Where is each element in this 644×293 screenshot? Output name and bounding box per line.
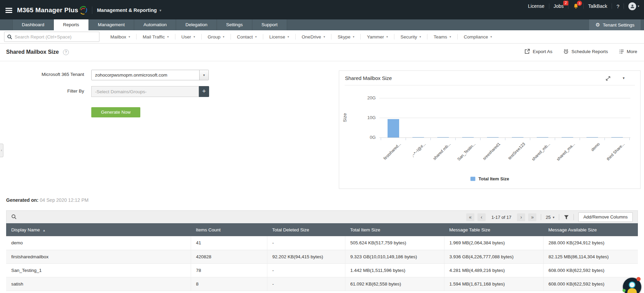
subnav-menu-group[interactable]: Group▾: [202, 34, 231, 39]
subnav-menu-compliance[interactable]: Compliance▾: [458, 34, 498, 39]
notifications-bell[interactable]: 3: [573, 3, 579, 9]
collapse-panel-handle[interactable]: ‹: [0, 144, 3, 157]
tab-management[interactable]: Management: [89, 19, 134, 30]
column-header-message-table-size[interactable]: Message Table Size: [444, 223, 543, 236]
add-filter-button[interactable]: +: [199, 86, 209, 97]
bar-shared-ma[interactable]: [562, 137, 573, 138]
table-cell: 41: [191, 236, 267, 250]
chevron-down-icon: ▾: [387, 35, 388, 38]
bar-[interactable]: [412, 137, 424, 138]
filter-funnel-icon[interactable]: [564, 215, 569, 220]
tab-settings[interactable]: Settings: [217, 19, 252, 30]
x-axis-label: sreeshared1: [482, 142, 501, 161]
last-page-button[interactable]: »: [528, 213, 536, 221]
search-report-input[interactable]: [15, 34, 96, 39]
panel-menu-caret[interactable]: ▾: [623, 76, 625, 80]
topbar-left: M365 Manager Plus Management & Reporting…: [5, 5, 161, 16]
bar-demo[interactable]: [586, 137, 598, 138]
hamburger-menu-icon[interactable]: [5, 8, 12, 13]
bar-sreeshared1[interactable]: [487, 137, 499, 138]
expand-icon[interactable]: [605, 76, 611, 81]
tab-dashboard[interactable]: Dashboard: [12, 19, 54, 30]
subnav-menu-label: Compliance: [464, 34, 488, 39]
subnav-menu-security[interactable]: Security▾: [394, 34, 427, 39]
support-chat-bubble[interactable]: [623, 278, 641, 293]
tenant-field-label: Microsoft 365 Tenant: [0, 72, 84, 77]
report-title-row: Shared Mailbox Size ? Export As: [0, 44, 644, 61]
alarm-clock-icon: [563, 49, 569, 54]
subnav-menu-yammer[interactable]: Yammer▾: [361, 34, 394, 39]
chevron-down-icon: ▾: [490, 35, 492, 38]
subnav-menu-mailbox[interactable]: Mailbox▾: [104, 34, 137, 39]
talkback-link[interactable]: TalkBack: [588, 3, 607, 9]
legend-swatch[interactable]: [470, 177, 475, 181]
subnav-menu-mail-traffic[interactable]: Mail Traffic▾: [137, 34, 175, 39]
export-as-label: Export As: [533, 49, 552, 54]
next-page-button[interactable]: ›: [517, 213, 525, 221]
main-nav-tabs: DashboardReportsManagementAutomationDele…: [12, 19, 287, 30]
column-header-message-available-size[interactable]: Message Available Size: [543, 223, 638, 236]
x-axis-label: shared_mb...: [531, 142, 551, 162]
subnav-menu-onedrive[interactable]: OneDrive▾: [296, 34, 332, 39]
subnav-menu-teams[interactable]: Teams▾: [427, 34, 457, 39]
schedule-reports-button[interactable]: Schedule Reports: [563, 49, 608, 54]
x-axis-tick: [480, 138, 481, 140]
toolbar-separator: [541, 214, 541, 220]
help-circle-icon[interactable]: ?: [63, 49, 69, 55]
gear-icon: ⚙: [595, 22, 600, 28]
bar-firstshared[interactable]: [388, 119, 399, 137]
gridline-20G: [379, 98, 630, 98]
subnav-menu-contact[interactable]: Contact▾: [231, 34, 263, 39]
table-cell: satish: [6, 277, 191, 291]
column-header-total-item-size[interactable]: Total Item Size: [345, 223, 444, 236]
bar-testsree123[interactable]: [512, 137, 523, 138]
tab-reports[interactable]: Reports: [54, 19, 89, 30]
x-axis-tick: [381, 138, 381, 140]
chevron-down-icon: ▾: [255, 35, 257, 38]
bar-san-testin[interactable]: [462, 137, 474, 138]
subnav-menu-skype[interactable]: Skype▾: [331, 34, 361, 39]
table-cell: 505.624 KB(517,759 bytes): [345, 236, 444, 250]
x-axis-label: demo: [590, 142, 601, 152]
export-as-button[interactable]: Export As: [524, 49, 552, 54]
bar-shared-mb[interactable]: [537, 137, 548, 138]
prev-page-button[interactable]: ‹: [477, 213, 486, 221]
subnav-menu-user[interactable]: User▾: [175, 34, 202, 39]
table-cell: 8: [191, 277, 267, 291]
more-button[interactable]: More: [619, 49, 637, 54]
page-range-text: 1-17 of 17: [491, 215, 512, 220]
tenant-select[interactable]: zohocorpwsmopm.onmicrosoft.com ▾: [91, 70, 209, 80]
table-cell: demo: [6, 236, 191, 250]
chevron-down-icon: ▾: [167, 35, 169, 38]
add-remove-columns-button[interactable]: Add/Remove Columns: [578, 212, 633, 222]
user-account-menu[interactable]: ▾: [628, 2, 639, 10]
tab-automation[interactable]: Automation: [134, 19, 176, 30]
bar-shared-mb[interactable]: [437, 137, 449, 138]
license-link[interactable]: License: [528, 3, 544, 9]
help-button[interactable]: ?: [616, 3, 619, 9]
top-header-bar: M365 Manager Plus Management & Reporting…: [0, 0, 644, 19]
generated-on-label: Generated on:: [6, 197, 38, 203]
tab-delegation[interactable]: Delegation: [176, 19, 217, 30]
generate-now-button[interactable]: Generate Now: [91, 107, 140, 117]
bar-third-share[interactable]: [611, 137, 623, 138]
table-toolbar: « ‹ 1-17 of 17 › » 25 ▾ Add/Remove Colum…: [6, 210, 638, 223]
tenant-settings-button[interactable]: ⚙ Tenant Settings: [589, 19, 641, 30]
table-cell: San_Testing_1: [6, 263, 191, 277]
column-header-items-count[interactable]: Items Count: [191, 223, 267, 236]
chevron-down-icon: ▾: [553, 215, 554, 219]
module-switcher[interactable]: Management & Reporting ▾: [97, 7, 161, 13]
table-search-icon[interactable]: [11, 214, 17, 219]
column-header-display-name[interactable]: Display Name▲: [6, 223, 191, 236]
subnav-menu-license[interactable]: License▾: [263, 34, 296, 39]
x-axis-tick: [555, 138, 555, 140]
page-size-select[interactable]: 25 ▾: [546, 215, 554, 220]
filter-domains-input[interactable]: [91, 86, 199, 97]
column-header-total-deleted-size[interactable]: Total Deleted Size: [267, 223, 345, 236]
list-icon: [619, 49, 624, 54]
tab-support[interactable]: Support: [252, 19, 287, 30]
jobs-link[interactable]: Jobs 2: [554, 3, 564, 9]
table-row: demo41-505.624 KB(517,759 bytes)1.969 MB…: [6, 236, 638, 250]
generated-on-line: Generated on: 04 Sep 2020 12:12 PM: [6, 197, 89, 203]
first-page-button[interactable]: «: [466, 213, 474, 221]
